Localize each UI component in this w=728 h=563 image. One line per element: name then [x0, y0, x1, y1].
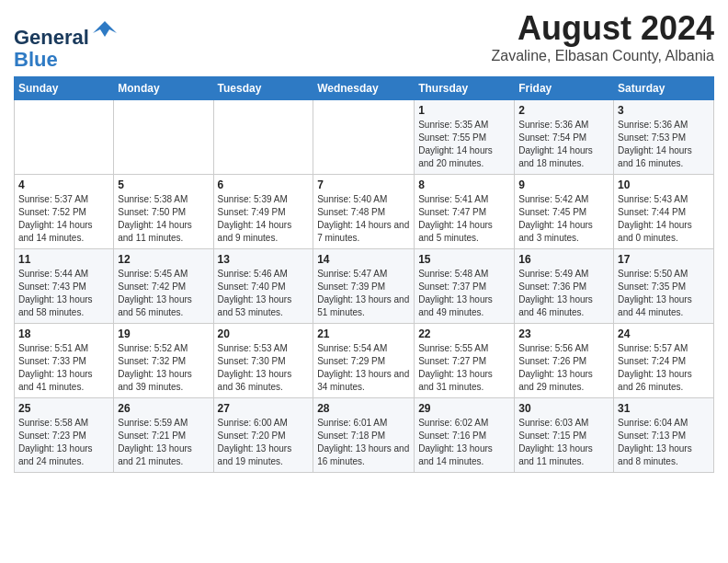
column-header-monday: Monday	[114, 77, 213, 100]
calendar-cell: 31Sunrise: 6:04 AMSunset: 7:13 PMDayligh…	[614, 398, 714, 473]
calendar-cell: 26Sunrise: 5:59 AMSunset: 7:21 PMDayligh…	[114, 398, 213, 473]
day-detail: Sunrise: 6:01 AMSunset: 7:18 PMDaylight:…	[317, 417, 410, 468]
day-number: 9	[518, 178, 609, 191]
day-detail: Sunrise: 5:42 AMSunset: 7:45 PMDaylight:…	[518, 193, 609, 245]
day-detail: Sunrise: 5:41 AMSunset: 7:47 PMDaylight:…	[418, 193, 510, 245]
day-detail: Sunrise: 5:55 AMSunset: 7:27 PMDaylight:…	[418, 342, 510, 394]
day-detail: Sunrise: 5:39 AMSunset: 7:49 PMDaylight:…	[218, 193, 310, 245]
calendar-cell	[15, 100, 114, 175]
calendar-cell: 10Sunrise: 5:43 AMSunset: 7:44 PMDayligh…	[614, 175, 714, 249]
day-number: 21	[317, 327, 410, 340]
week-row-5: 25Sunrise: 5:58 AMSunset: 7:23 PMDayligh…	[15, 398, 714, 473]
column-headers: SundayMondayTuesdayWednesdayThursdayFrid…	[15, 77, 714, 100]
day-number: 23	[518, 327, 609, 340]
header: General Blue August 2024 Zavaline, Elbas…	[14, 9, 714, 71]
day-detail: Sunrise: 6:04 AMSunset: 7:13 PMDaylight:…	[618, 417, 710, 468]
day-number: 15	[418, 253, 510, 266]
main-title: August 2024	[491, 9, 714, 48]
calendar-cell: 27Sunrise: 6:00 AMSunset: 7:20 PMDayligh…	[213, 398, 313, 473]
day-detail: Sunrise: 5:48 AMSunset: 7:37 PMDaylight:…	[418, 268, 510, 319]
calendar-cell: 18Sunrise: 5:51 AMSunset: 7:33 PMDayligh…	[15, 324, 114, 398]
logo-text: General	[14, 17, 119, 49]
column-header-thursday: Thursday	[415, 77, 515, 100]
week-row-3: 11Sunrise: 5:44 AMSunset: 7:43 PMDayligh…	[15, 249, 714, 324]
day-number: 1	[418, 104, 510, 117]
day-number: 3	[618, 104, 710, 117]
day-number: 12	[118, 253, 209, 266]
day-detail: Sunrise: 5:53 AMSunset: 7:30 PMDaylight:…	[218, 342, 310, 394]
calendar-cell: 7Sunrise: 5:40 AMSunset: 7:48 PMDaylight…	[313, 175, 415, 249]
calendar-cell: 21Sunrise: 5:54 AMSunset: 7:29 PMDayligh…	[313, 324, 415, 398]
calendar-table: SundayMondayTuesdayWednesdayThursdayFrid…	[14, 76, 714, 473]
calendar-cell: 5Sunrise: 5:38 AMSunset: 7:50 PMDaylight…	[114, 175, 213, 249]
calendar-cell	[114, 100, 213, 175]
day-number: 18	[18, 327, 109, 340]
day-detail: Sunrise: 5:46 AMSunset: 7:40 PMDaylight:…	[218, 268, 310, 319]
column-header-wednesday: Wednesday	[313, 77, 415, 100]
day-detail: Sunrise: 5:50 AMSunset: 7:35 PMDaylight:…	[618, 268, 710, 319]
day-number: 28	[317, 402, 410, 415]
column-header-tuesday: Tuesday	[213, 77, 313, 100]
calendar-cell: 6Sunrise: 5:39 AMSunset: 7:49 PMDaylight…	[213, 175, 313, 249]
day-detail: Sunrise: 5:45 AMSunset: 7:42 PMDaylight:…	[118, 268, 209, 319]
day-number: 17	[618, 253, 710, 266]
calendar-cell: 14Sunrise: 5:47 AMSunset: 7:39 PMDayligh…	[313, 249, 415, 324]
day-detail: Sunrise: 5:56 AMSunset: 7:26 PMDaylight:…	[518, 342, 609, 394]
calendar-cell: 4Sunrise: 5:37 AMSunset: 7:52 PMDaylight…	[15, 175, 114, 249]
logo-text-blue: Blue	[14, 49, 119, 71]
calendar-cell: 28Sunrise: 6:01 AMSunset: 7:18 PMDayligh…	[313, 398, 415, 473]
day-detail: Sunrise: 5:51 AMSunset: 7:33 PMDaylight:…	[18, 342, 109, 394]
day-detail: Sunrise: 5:59 AMSunset: 7:21 PMDaylight:…	[118, 417, 209, 468]
calendar-cell: 22Sunrise: 5:55 AMSunset: 7:27 PMDayligh…	[415, 324, 515, 398]
day-number: 14	[317, 253, 410, 266]
day-number: 19	[118, 327, 209, 340]
calendar-cell: 3Sunrise: 5:36 AMSunset: 7:53 PMDaylight…	[614, 100, 714, 175]
day-number: 8	[418, 178, 510, 191]
calendar-cell: 23Sunrise: 5:56 AMSunset: 7:26 PMDayligh…	[515, 324, 614, 398]
day-number: 2	[518, 104, 609, 117]
day-number: 26	[118, 402, 209, 415]
calendar-cell: 20Sunrise: 5:53 AMSunset: 7:30 PMDayligh…	[213, 324, 313, 398]
day-detail: Sunrise: 5:52 AMSunset: 7:32 PMDaylight:…	[118, 342, 209, 394]
calendar-cell: 2Sunrise: 5:36 AMSunset: 7:54 PMDaylight…	[515, 100, 614, 175]
column-header-saturday: Saturday	[614, 77, 714, 100]
day-number: 7	[317, 178, 410, 191]
calendar-cell	[313, 100, 415, 175]
logo-bird-icon	[91, 17, 119, 44]
day-number: 6	[218, 178, 310, 191]
column-header-sunday: Sunday	[15, 77, 114, 100]
calendar-cell: 12Sunrise: 5:45 AMSunset: 7:42 PMDayligh…	[114, 249, 213, 324]
day-detail: Sunrise: 5:40 AMSunset: 7:48 PMDaylight:…	[317, 193, 410, 245]
day-number: 16	[518, 253, 609, 266]
svg-marker-0	[93, 21, 117, 37]
calendar-cell: 29Sunrise: 6:02 AMSunset: 7:16 PMDayligh…	[415, 398, 515, 473]
calendar-cell: 1Sunrise: 5:35 AMSunset: 7:55 PMDaylight…	[415, 100, 515, 175]
calendar-body: 1Sunrise: 5:35 AMSunset: 7:55 PMDaylight…	[15, 100, 714, 473]
day-number: 22	[418, 327, 510, 340]
day-number: 10	[618, 178, 710, 191]
day-number: 31	[618, 402, 710, 415]
calendar-cell: 8Sunrise: 5:41 AMSunset: 7:47 PMDaylight…	[415, 175, 515, 249]
day-detail: Sunrise: 5:49 AMSunset: 7:36 PMDaylight:…	[518, 268, 609, 319]
day-detail: Sunrise: 6:03 AMSunset: 7:15 PMDaylight:…	[518, 417, 609, 468]
week-row-1: 1Sunrise: 5:35 AMSunset: 7:55 PMDaylight…	[15, 100, 714, 175]
day-detail: Sunrise: 5:36 AMSunset: 7:54 PMDaylight:…	[518, 119, 609, 170]
week-row-2: 4Sunrise: 5:37 AMSunset: 7:52 PMDaylight…	[15, 175, 714, 249]
day-detail: Sunrise: 5:43 AMSunset: 7:44 PMDaylight:…	[618, 193, 710, 245]
title-area: August 2024 Zavaline, Elbasan County, Al…	[491, 9, 714, 64]
calendar-cell: 19Sunrise: 5:52 AMSunset: 7:32 PMDayligh…	[114, 324, 213, 398]
calendar-cell: 11Sunrise: 5:44 AMSunset: 7:43 PMDayligh…	[15, 249, 114, 324]
day-number: 27	[218, 402, 310, 415]
column-header-friday: Friday	[515, 77, 614, 100]
day-number: 20	[218, 327, 310, 340]
subtitle: Zavaline, Elbasan County, Albania	[491, 48, 714, 64]
calendar-cell: 9Sunrise: 5:42 AMSunset: 7:45 PMDaylight…	[515, 175, 614, 249]
day-detail: Sunrise: 5:44 AMSunset: 7:43 PMDaylight:…	[18, 268, 109, 319]
calendar-cell: 17Sunrise: 5:50 AMSunset: 7:35 PMDayligh…	[614, 249, 714, 324]
day-number: 4	[18, 178, 109, 191]
day-detail: Sunrise: 5:36 AMSunset: 7:53 PMDaylight:…	[618, 119, 710, 170]
calendar-cell: 13Sunrise: 5:46 AMSunset: 7:40 PMDayligh…	[213, 249, 313, 324]
week-row-4: 18Sunrise: 5:51 AMSunset: 7:33 PMDayligh…	[15, 324, 714, 398]
day-number: 11	[18, 253, 109, 266]
day-detail: Sunrise: 5:38 AMSunset: 7:50 PMDaylight:…	[118, 193, 209, 245]
